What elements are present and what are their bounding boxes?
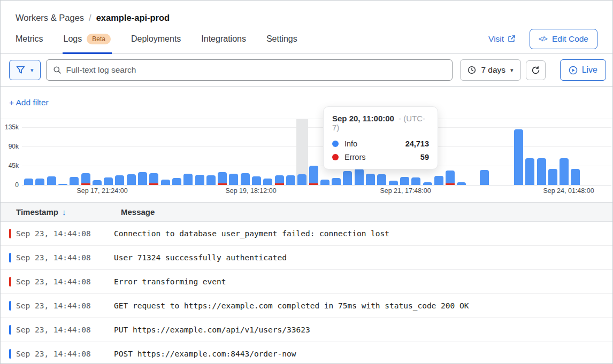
- tooltip-title: Sep 20, 11:00:00 - (UTC-7): [332, 114, 429, 132]
- chart-bar[interactable]: [560, 158, 569, 185]
- chart-bar[interactable]: [320, 180, 330, 185]
- tab-settings[interactable]: Settings: [266, 24, 297, 53]
- clock-icon: [468, 66, 476, 74]
- column-header-message[interactable]: Message: [121, 207, 155, 216]
- chart-bar[interactable]: [297, 174, 306, 185]
- log-table: Timestamp ↓ Message Sep 23, 14:44:08Conn…: [1, 202, 612, 364]
- tab-deployments[interactable]: Deployments: [131, 24, 181, 53]
- chart-bar[interactable]: [309, 166, 318, 185]
- chart-bar[interactable]: [389, 181, 398, 185]
- chart-bar[interactable]: [70, 177, 79, 185]
- chart-bar[interactable]: [377, 174, 386, 185]
- chart-bar[interactable]: [332, 178, 341, 185]
- live-button[interactable]: Live: [560, 59, 606, 81]
- chart-bar[interactable]: [263, 179, 272, 185]
- chart-bar[interactable]: [149, 173, 158, 185]
- chart-bar[interactable]: [252, 176, 261, 185]
- refresh-icon: [531, 66, 540, 75]
- time-range-label: 7 days: [481, 65, 505, 75]
- chart-bar[interactable]: [24, 179, 33, 185]
- refresh-button[interactable]: [526, 60, 546, 80]
- log-message: GET request to https://example.com compl…: [114, 301, 469, 310]
- x-axis-label: Sep 19, 18:12:00: [225, 187, 276, 195]
- log-timestamp: Sep 23, 14:44:08: [16, 326, 114, 334]
- chart-bar[interactable]: [241, 173, 250, 185]
- caret-down-icon: ▾: [30, 67, 34, 74]
- chart-bar[interactable]: [286, 175, 295, 185]
- beta-badge: Beta: [87, 34, 111, 44]
- chart-bar[interactable]: [355, 169, 364, 185]
- tab-integrations[interactable]: Integrations: [201, 24, 246, 53]
- chart-bar[interactable]: [446, 171, 455, 185]
- chart-bar[interactable]: [537, 158, 546, 185]
- info-level-marker: [9, 301, 11, 311]
- chart-bar[interactable]: [525, 158, 534, 185]
- chart-bar[interactable]: [434, 176, 443, 185]
- chart-bar[interactable]: [115, 175, 124, 185]
- table-row[interactable]: Sep 23, 14:44:08User 71324 successfully …: [1, 246, 612, 270]
- chart-bar[interactable]: [172, 178, 181, 185]
- chart-bar[interactable]: [218, 172, 227, 185]
- breadcrumb-separator: /: [89, 13, 91, 23]
- table-row[interactable]: Sep 23, 14:44:08Error transforming event: [1, 270, 612, 294]
- log-timestamp: Sep 23, 14:44:08: [16, 350, 114, 358]
- chart-bar[interactable]: [104, 177, 113, 185]
- chart-bar[interactable]: [206, 175, 216, 185]
- log-message: Connection to database user_payment fail…: [114, 229, 389, 238]
- chart-bar[interactable]: [138, 172, 147, 185]
- chart-bar[interactable]: [457, 182, 466, 185]
- chart-bar[interactable]: [47, 176, 56, 185]
- chart-y-labels: 135k90k45k0: [1, 119, 19, 202]
- chart-bar[interactable]: [400, 177, 409, 185]
- visit-label: Visit: [488, 34, 504, 44]
- chart-bar[interactable]: [514, 129, 523, 185]
- table-row[interactable]: Sep 23, 14:44:08POST https://example.com…: [1, 342, 612, 364]
- chart-bar[interactable]: [81, 173, 90, 185]
- chart-bar-error-segment: [218, 183, 227, 185]
- chart-bar[interactable]: [480, 170, 489, 185]
- chart-bar[interactable]: [93, 180, 102, 185]
- chart-bar[interactable]: [343, 171, 352, 185]
- chart-bar[interactable]: [275, 175, 284, 185]
- chart-bar[interactable]: [423, 182, 432, 185]
- table-row[interactable]: Sep 23, 14:44:08PUT https://example.com/…: [1, 318, 612, 342]
- tab-label: Settings: [266, 34, 297, 44]
- chart-bar[interactable]: [571, 169, 580, 185]
- tooltip-series-value: 59: [420, 153, 429, 161]
- chart-bar[interactable]: [161, 180, 170, 185]
- tooltip-rows: Info24,713Errors59: [332, 140, 429, 161]
- search-box: [46, 59, 453, 81]
- chart-bar[interactable]: [548, 169, 557, 185]
- filter-dropdown-button[interactable]: ▾: [9, 60, 41, 80]
- chart-bar[interactable]: [366, 174, 375, 185]
- chart-bar[interactable]: [229, 174, 238, 185]
- x-axis-label: Sep 24, 01:48:00: [543, 187, 594, 195]
- add-filter-button[interactable]: + Add filter: [9, 98, 49, 107]
- visit-link[interactable]: Visit: [488, 34, 516, 44]
- log-table-header: Timestamp ↓ Message: [1, 203, 612, 222]
- log-timestamp: Sep 23, 14:44:08: [16, 277, 114, 286]
- sort-desc-icon: ↓: [62, 207, 66, 216]
- play-circle-icon: [569, 66, 578, 75]
- chart-bar[interactable]: [127, 174, 136, 185]
- column-header-timestamp[interactable]: Timestamp ↓: [16, 207, 121, 216]
- tooltip-series-value: 24,713: [405, 140, 429, 148]
- breadcrumb-workers-pages[interactable]: Workers & Pages: [16, 13, 84, 23]
- chart-bar[interactable]: [35, 179, 44, 185]
- error-level-marker: [9, 277, 11, 286]
- time-range-button[interactable]: 7 days ▾: [460, 59, 520, 81]
- chart-bar[interactable]: [195, 175, 204, 185]
- chart-tooltip: Sep 20, 11:00:00 - (UTC-7) Info24,713Err…: [323, 106, 438, 169]
- chart-bar[interactable]: [58, 184, 67, 185]
- tab-metrics[interactable]: Metrics: [16, 24, 43, 53]
- table-row[interactable]: Sep 23, 14:44:08Connection to database u…: [1, 222, 612, 246]
- chart-bar[interactable]: [411, 177, 420, 185]
- chart-bar[interactable]: [183, 174, 193, 185]
- info-level-marker: [9, 253, 11, 262]
- table-row[interactable]: Sep 23, 14:44:08GET request to https://e…: [1, 294, 612, 318]
- edit-code-button[interactable]: </> Edit Code: [530, 29, 597, 49]
- chart-bar-error-segment: [149, 183, 158, 185]
- tab-logs[interactable]: LogsBeta: [64, 24, 111, 53]
- tooltip-timestamp: Sep 20, 11:00:00: [332, 114, 394, 123]
- search-input[interactable]: [66, 65, 446, 75]
